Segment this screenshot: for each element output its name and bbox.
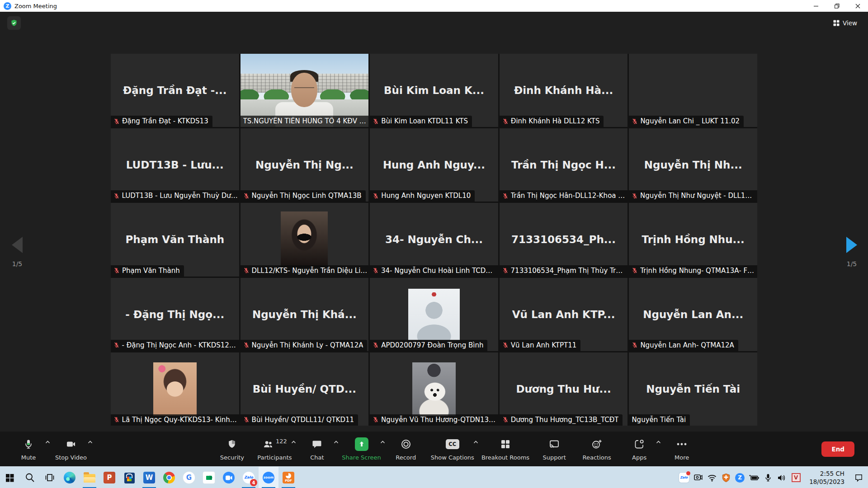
- participant-tile[interactable]: Bùi Kim Loan K...Bùi Kim Loan KTDL11 KTS: [370, 54, 498, 127]
- speaker-icon: [777, 474, 787, 482]
- muted-mic-icon: [502, 192, 509, 199]
- mute-button[interactable]: Mute: [7, 432, 50, 466]
- muted-mic-icon: [632, 192, 638, 199]
- restore-button[interactable]: [826, 0, 847, 12]
- record-button[interactable]: Record: [385, 432, 427, 466]
- taskbar-edge-button[interactable]: [60, 467, 80, 488]
- next-page-arrow[interactable]: [846, 237, 857, 253]
- taskbar-zalo-app-button[interactable]: Zalo4: [239, 467, 259, 488]
- participant-tile[interactable]: Nguyễn Tiến TàiNguyễn Tiến Tài: [629, 352, 757, 426]
- taskbar-wifi[interactable]: [705, 467, 719, 488]
- meeting-info-shield-button[interactable]: [7, 16, 21, 30]
- view-label: View: [843, 19, 857, 27]
- taskbar-device[interactable]: [691, 467, 705, 488]
- taskbar-task-view-button[interactable]: [40, 467, 60, 488]
- participant-label: Phạm Văn Thành: [111, 265, 184, 277]
- participant-tile[interactable]: 34- Nguyễn Ch...34- Nguyễn Chu Hoài Linh…: [370, 203, 498, 276]
- participant-tile[interactable]: Trần Thị Ngọc H...Trần Thị Ngọc Hân-DLL1…: [500, 128, 628, 202]
- apps-button[interactable]: Apps: [618, 432, 660, 466]
- google-meet-icon: [203, 472, 215, 483]
- close-button[interactable]: [847, 0, 868, 12]
- taskbar-zoom-call-button[interactable]: [219, 467, 239, 488]
- edge-icon: [64, 472, 75, 483]
- taskbar-zalo-tray[interactable]: Zalo: [677, 467, 691, 488]
- security-button[interactable]: Security: [211, 432, 253, 466]
- participant-tile[interactable]: Nguyễn Thị Khá...Nguyễn Thị Khánh Ly - Q…: [241, 278, 369, 351]
- participant-tile[interactable]: 7133106534_Ph...7133106534_Phạm Thị Thùy…: [500, 203, 628, 276]
- participant-label: 34- Nguyễn Chu Hoài Linh TCDN11: [370, 265, 498, 277]
- participant-label: Nguyễn Thị Ngọc Linh QTMA13B: [241, 190, 366, 202]
- participant-tile[interactable]: Hung Anh Nguy...Hung Anh Nguyen KTDL10: [370, 128, 498, 202]
- participants-button[interactable]: 122 Participants: [253, 432, 296, 466]
- view-button[interactable]: View: [830, 18, 860, 28]
- taskbar-meet-button[interactable]: [199, 467, 219, 488]
- muted-mic-icon: [113, 416, 120, 423]
- more-button[interactable]: More: [660, 432, 703, 466]
- window-title: Zoom Meeting: [14, 3, 57, 9]
- participant-tile[interactable]: Nguyễn Thị Ng...Nguyễn Thị Ngọc Linh QTM…: [241, 128, 369, 202]
- minimize-button[interactable]: [806, 0, 826, 12]
- taskbar-volume[interactable]: [775, 467, 789, 488]
- taskbar-google-button[interactable]: G: [179, 467, 199, 488]
- taskbar-chrome-button[interactable]: [159, 467, 179, 488]
- participant-label: Bùi Kim Loan KTDL11 KTS: [370, 116, 472, 127]
- muted-mic-icon: [113, 118, 120, 125]
- chat-button[interactable]: Chat: [296, 432, 338, 466]
- participant-tile[interactable]: DLL12/KTS- Nguyễn Trần Diệu Linh: [241, 203, 369, 276]
- minimize-icon: [814, 4, 819, 9]
- breakout-rooms-icon: [500, 437, 511, 451]
- taskbar-foxit-button[interactable]: PDF: [278, 467, 298, 488]
- reactions-smiley-icon: [591, 437, 603, 451]
- taskbar-zoom-tray[interactable]: Z: [733, 467, 747, 488]
- page-indicator-left: 1/5: [8, 260, 26, 267]
- taskbar-search-button[interactable]: [20, 467, 40, 488]
- participants-icon: [262, 437, 274, 451]
- show-captions-button[interactable]: CC Show Captions: [427, 432, 478, 466]
- taskbar-word-button[interactable]: W: [139, 467, 159, 488]
- participant-label: LUDT13B - Lưu Nguyễn Thuỳ Dươ...: [111, 190, 239, 202]
- taskbar-battery[interactable]: [747, 467, 761, 488]
- reactions-button[interactable]: Reactions: [576, 432, 618, 466]
- action-center-button[interactable]: [849, 467, 868, 488]
- participant-tile[interactable]: LUDT13B - Lưu...LUDT13B - Lưu Nguyễn Thu…: [111, 128, 239, 202]
- taskbar-clock[interactable]: 2:55 CH 18/05/2023: [803, 467, 849, 488]
- participant-tile[interactable]: Đinh Khánh Hà...Đinh Khánh Hà DLL12 KTS: [500, 54, 628, 127]
- participant-tile[interactable]: Vũ Lan Anh KTP...Vũ Lan Anh KTPT11: [500, 278, 628, 351]
- word-icon: W: [143, 472, 155, 483]
- participant-tile[interactable]: Lã Thị Ngọc Quy-KTKDS13- Kinh t...: [111, 352, 239, 426]
- participant-tile[interactable]: Nguyễn Vũ Thu Hương-QTDN13-...: [370, 352, 498, 426]
- stop-video-button[interactable]: Stop Video: [50, 432, 92, 466]
- notification-badge: 4: [250, 479, 257, 486]
- share-screen-button[interactable]: Share Screen: [338, 432, 384, 466]
- grid-view-icon: [833, 20, 840, 26]
- participant-tile[interactable]: Đặng Trần Đạt -...Đặng Trần Đạt - KTKDS1…: [111, 54, 239, 127]
- muted-mic-icon: [113, 267, 120, 274]
- taskbar-mic-tray[interactable]: [761, 467, 775, 488]
- participant-tile[interactable]: - Đặng Thị Ngọ...- Đặng Thị Ngọc Anh - K…: [111, 278, 239, 351]
- closed-captions-icon: CC: [446, 439, 459, 449]
- taskbar-start-button[interactable]: [0, 467, 20, 488]
- participant-tile[interactable]: APD0200797 Đoàn Trọng Bình: [370, 278, 498, 351]
- support-button[interactable]: Support: [533, 432, 576, 466]
- search-icon: [24, 472, 35, 483]
- breakout-rooms-button[interactable]: Breakout Rooms: [478, 432, 533, 466]
- support-screen-icon: [548, 437, 560, 451]
- taskbar-store-button[interactable]: [119, 467, 139, 488]
- participant-tile[interactable]: Trịnh Hồng Nhu...Trịnh Hồng Nhung- QTMA1…: [629, 203, 757, 276]
- participant-tile[interactable]: Nguyễn Lan An...Nguyễn Lan Anh- QTMA12A: [629, 278, 757, 351]
- participant-tile[interactable]: Phạm Văn ThànhPhạm Văn Thành: [111, 203, 239, 276]
- taskbar-powerpoint-button[interactable]: P: [99, 467, 119, 488]
- taskbar-unikey[interactable]: V: [789, 467, 803, 488]
- taskbar-zoom-app-button[interactable]: zoom: [259, 467, 278, 488]
- taskbar-antivirus[interactable]: [719, 467, 733, 488]
- end-meeting-button[interactable]: End: [821, 441, 854, 457]
- participant-label: Dương Thu Hương_TC13B_TCĐT: [500, 414, 623, 426]
- taskbar-file-explorer-button[interactable]: [80, 467, 99, 488]
- previous-page-arrow[interactable]: [12, 237, 23, 253]
- participant-tile[interactable]: Nguyễn Thị Nh...Nguyễn Thị Như Nguyệt - …: [629, 128, 757, 202]
- participant-tile[interactable]: TS.NGUYỄN TIẾN HÙNG TỔ 4 KĐV K1B: [241, 54, 369, 127]
- participant-tile[interactable]: Dương Thu Hư...Dương Thu Hương_TC13B_TCĐ…: [500, 352, 628, 426]
- window-titlebar: Z Zoom Meeting: [0, 0, 868, 12]
- participant-tile[interactable]: Bùi Huyền/ QTD...Bùi Huyền/ QTDLL11/ QTK…: [241, 352, 369, 426]
- participant-tile[interactable]: Nguyễn Lan Chi _ LUKT 11.02: [629, 54, 757, 127]
